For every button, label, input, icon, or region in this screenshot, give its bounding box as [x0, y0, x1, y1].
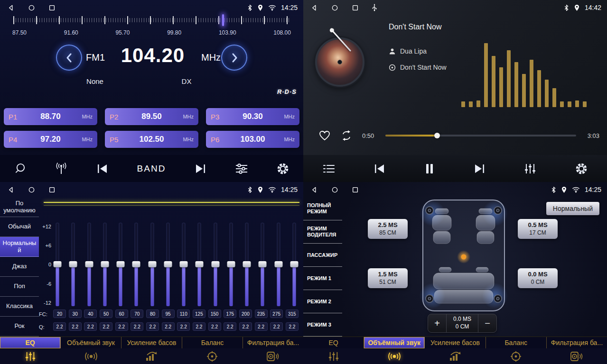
- eq-preset-item[interactable]: Рок: [0, 317, 39, 337]
- back-icon[interactable]: [311, 4, 318, 11]
- scan-icon[interactable]: [14, 163, 26, 174]
- preset-button-5[interactable]: P5 102.50 MHz: [105, 131, 198, 148]
- preset-button-6[interactable]: P6 103.00 MHz: [206, 131, 299, 148]
- slider-handle[interactable]: [274, 261, 282, 267]
- q-value-box[interactable]: 2.2: [131, 322, 143, 331]
- decrease-delay-button[interactable]: −: [478, 314, 496, 332]
- tune-down-button[interactable]: [56, 45, 82, 71]
- eq-band-slider[interactable]: [132, 223, 140, 306]
- eq-preset-item[interactable]: Поп: [0, 277, 39, 297]
- bass-boost-tab-icon[interactable]: [425, 348, 486, 364]
- frequency-dial[interactable]: [13, 16, 290, 26]
- q-value-box[interactable]: 2.2: [53, 322, 66, 331]
- eq-band-slider[interactable]: [101, 223, 109, 306]
- tab-bass-boost[interactable]: Усиление басов: [425, 337, 486, 348]
- surround-tab-icon[interactable]: [61, 348, 121, 364]
- settings-gear-icon[interactable]: [575, 163, 588, 175]
- tune-up-button[interactable]: [221, 45, 247, 71]
- eq-band-slider[interactable]: [258, 223, 267, 306]
- slider-handle[interactable]: [196, 261, 204, 267]
- q-value-box[interactable]: 2.2: [239, 322, 252, 331]
- slider-handle[interactable]: [211, 261, 219, 267]
- q-value-box[interactable]: 2.2: [69, 322, 82, 331]
- home-circle-icon[interactable]: [331, 186, 338, 193]
- progress-knob[interactable]: [434, 133, 440, 138]
- slider-handle[interactable]: [117, 261, 125, 267]
- fc-value-box[interactable]: 80: [146, 309, 159, 318]
- eq-band-slider[interactable]: [211, 223, 220, 306]
- fc-value-box[interactable]: 235: [255, 309, 268, 318]
- home-circle-icon[interactable]: [28, 4, 35, 11]
- back-icon[interactable]: [8, 186, 15, 193]
- previous-station-icon[interactable]: [96, 164, 109, 174]
- q-value-box[interactable]: 2.2: [255, 322, 268, 331]
- eq-tab-icon[interactable]: [303, 348, 364, 364]
- eq-band-slider[interactable]: [164, 223, 172, 306]
- pause-icon[interactable]: [425, 163, 434, 174]
- eq-band-slider[interactable]: [179, 223, 188, 306]
- back-icon[interactable]: [8, 4, 15, 11]
- eq-preset-item[interactable]: Джаз: [0, 257, 39, 277]
- tab-surround[interactable]: Объёмный звук: [364, 337, 425, 348]
- slider-handle[interactable]: [132, 261, 140, 267]
- q-value-box[interactable]: 2.2: [224, 322, 236, 331]
- mode-item-3[interactable]: РЕЖИМ 3: [303, 313, 342, 337]
- preset-button-1[interactable]: P1 88.70 MHz: [4, 108, 97, 125]
- tab-balance[interactable]: Баланс: [486, 337, 547, 348]
- filter-tab-icon[interactable]: [546, 348, 607, 364]
- preset-button-4[interactable]: P4 97.20 MHz: [4, 131, 97, 148]
- q-value-box[interactable]: 2.2: [115, 322, 128, 331]
- eq-preset-item[interactable]: Классика: [0, 297, 39, 317]
- fc-value-box[interactable]: 125: [193, 309, 205, 318]
- slider-handle[interactable]: [54, 261, 62, 267]
- fc-value-box[interactable]: 40: [84, 309, 97, 318]
- tab-balance[interactable]: Баланс: [182, 337, 243, 348]
- eq-band-slider[interactable]: [148, 223, 157, 306]
- fc-value-box[interactable]: 20: [53, 309, 66, 318]
- playlist-icon[interactable]: [323, 164, 335, 174]
- recents-square-icon[interactable]: [48, 4, 56, 11]
- eq-band-slider[interactable]: [69, 223, 77, 306]
- fc-value-box[interactable]: 110: [177, 309, 190, 318]
- previous-track-icon[interactable]: [374, 164, 386, 174]
- increase-delay-button[interactable]: +: [428, 314, 446, 332]
- back-icon[interactable]: [311, 186, 318, 193]
- q-value-box[interactable]: 2.2: [177, 322, 190, 331]
- tab-eq[interactable]: EQ: [303, 337, 364, 348]
- recents-square-icon[interactable]: [352, 4, 359, 11]
- band-button[interactable]: BAND: [137, 164, 166, 174]
- mode-item-driver[interactable]: РЕЖИМ ВОДИТЕЛЯ: [303, 220, 342, 244]
- slider-handle[interactable]: [243, 261, 251, 267]
- fc-value-box[interactable]: 50: [100, 309, 112, 318]
- slider-handle[interactable]: [69, 261, 77, 267]
- delay-front-left-button[interactable]: 2.5 MS 85 CM: [368, 219, 408, 239]
- slider-handle[interactable]: [290, 261, 298, 267]
- fc-value-box[interactable]: 200: [239, 309, 252, 318]
- tab-filter[interactable]: Фильтрация ба...: [547, 337, 607, 348]
- mode-item-2[interactable]: РЕЖИМ 2: [303, 290, 342, 313]
- delay-rear-left-button[interactable]: 1.5 MS 51 CM: [368, 268, 408, 288]
- progress-bar[interactable]: [385, 135, 576, 136]
- surround-tab-icon[interactable]: [364, 348, 425, 364]
- q-value-box[interactable]: 2.2: [270, 322, 283, 331]
- recents-square-icon[interactable]: [352, 186, 359, 193]
- settings-gear-icon[interactable]: [277, 163, 289, 175]
- eq-band-slider[interactable]: [116, 223, 125, 306]
- home-circle-icon[interactable]: [28, 186, 35, 193]
- eq-preset-item[interactable]: Нормальный: [0, 237, 39, 257]
- fc-value-box[interactable]: 60: [115, 309, 128, 318]
- tab-surround[interactable]: Объёмный звук: [61, 337, 121, 348]
- broadcast-antenna-icon[interactable]: [55, 163, 68, 175]
- home-circle-icon[interactable]: [331, 4, 338, 11]
- mixer-sliders-icon[interactable]: [524, 163, 536, 174]
- eq-preset-item[interactable]: Обычай: [0, 217, 39, 237]
- q-value-box[interactable]: 2.2: [286, 322, 299, 331]
- eq-band-slider[interactable]: [53, 223, 62, 306]
- next-station-icon[interactable]: [194, 164, 206, 174]
- tab-filter[interactable]: Фильтрация ба...: [243, 337, 303, 348]
- sound-sliders-icon[interactable]: [235, 163, 248, 174]
- eq-band-slider[interactable]: [274, 223, 283, 306]
- slider-handle[interactable]: [164, 261, 172, 267]
- favorite-heart-icon[interactable]: [318, 130, 331, 141]
- delay-front-right-button[interactable]: 0.5 MS 17 CM: [518, 219, 558, 239]
